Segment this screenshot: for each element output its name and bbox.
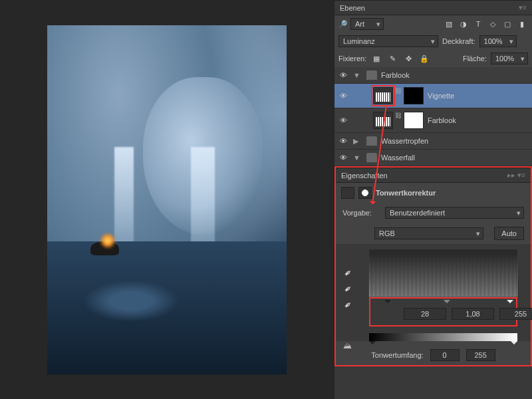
levels-handle-icon: ⛰: [343, 340, 352, 350]
layer-group-farblook[interactable]: 👁 ▼ Farblook: [334, 67, 532, 84]
input-slider-track[interactable]: [373, 300, 513, 305]
visibility-toggle-icon[interactable]: 👁: [337, 154, 349, 162]
link-mask-icon[interactable]: ⛓: [395, 87, 402, 104]
eyedropper-tools: ✒ ✒ ✒: [343, 266, 356, 309]
blend-mode-dropdown[interactable]: Luminanz: [338, 35, 438, 47]
canvas-area: [0, 0, 334, 399]
filter-image-icon[interactable]: ▧: [443, 19, 455, 29]
waterfall-render: [191, 147, 215, 252]
black-point-input[interactable]: [404, 308, 446, 320]
opacity-input[interactable]: 100%: [479, 35, 517, 47]
layer-mask-thumb[interactable]: [404, 87, 424, 104]
folder-icon: [366, 70, 377, 80]
layers-panel-title: Ebenen: [340, 4, 365, 12]
layer-filter-row: 🔎 Art ▧ ◑ T ◇ ▢ ▮: [334, 15, 532, 33]
lock-label: Fixieren:: [338, 55, 366, 63]
visibility-toggle-icon[interactable]: 👁: [337, 137, 349, 145]
fill-input[interactable]: 100%: [491, 53, 528, 65]
panels-column: Ebenen ▾≡ 🔎 Art ▧ ◑ T ◇ ▢ ▮ Luminanz Dec…: [334, 0, 532, 399]
gray-eyedropper-icon[interactable]: ✒: [341, 279, 358, 295]
visibility-toggle-icon[interactable]: 👁: [337, 116, 349, 124]
filter-type-dropdown[interactable]: Art: [350, 18, 384, 30]
midtone-input[interactable]: [452, 308, 494, 320]
folder-icon: [366, 136, 377, 146]
disclosure-icon[interactable]: ▼: [353, 71, 360, 79]
lock-pixels-icon[interactable]: ▦: [370, 53, 382, 64]
black-point-slider[interactable]: [384, 300, 391, 307]
preset-row: Vorgabe: Benutzerdefiniert: [336, 203, 531, 223]
output-black-input[interactable]: [430, 349, 460, 361]
white-point-slider[interactable]: [507, 300, 513, 307]
auto-button[interactable]: Auto: [494, 227, 524, 240]
properties-panel-header[interactable]: Eigenschaften ▸▸ ▾≡: [336, 168, 531, 183]
output-black-slider[interactable]: [369, 341, 376, 348]
fill-label: Fläche:: [463, 55, 487, 63]
layer-vignette[interactable]: 👁 ⛓ Vignette: [334, 84, 532, 108]
panel-menu-icon[interactable]: ▾≡: [519, 3, 527, 12]
document-canvas[interactable]: [47, 25, 287, 374]
preset-dropdown[interactable]: Benutzerdefiniert: [385, 207, 524, 219]
filter-search-icon: 🔎: [338, 20, 348, 29]
lantern-light: [100, 233, 116, 249]
mask-icon[interactable]: [358, 187, 372, 199]
histogram: [369, 249, 517, 297]
layer-group-wasserfall[interactable]: 👁 ▼ Wasserfall: [334, 150, 532, 166]
adjustment-name: Tonwertkorrektur: [376, 189, 436, 197]
output-label: Tonwertumfang:: [371, 351, 423, 359]
output-range-row: Tonwertumfang:: [336, 341, 531, 365]
lock-all-icon[interactable]: 🔒: [418, 53, 430, 64]
folder-icon: [366, 153, 377, 162]
layer-name: Wasserfall: [381, 154, 415, 162]
lock-row: Fixieren: ▦ ✎ ✥ 🔒 Fläche: 100%: [334, 50, 532, 67]
layer-group-wassertropfen[interactable]: 👁 ▶ Wassertropfen: [334, 133, 532, 150]
filter-toggle-icon[interactable]: ▮: [516, 19, 528, 29]
layer-name: Farblook: [428, 116, 456, 124]
black-eyedropper-icon[interactable]: ✒: [341, 263, 358, 279]
visibility-toggle-icon[interactable]: 👁: [337, 71, 349, 79]
lock-brush-icon[interactable]: ✎: [386, 53, 398, 64]
output-white-input[interactable]: [466, 349, 495, 361]
properties-panel-title: Eigenschaften: [341, 172, 388, 180]
link-mask-icon[interactable]: ⛓: [395, 112, 402, 129]
output-white-slider[interactable]: [511, 341, 517, 348]
lock-position-icon[interactable]: ✥: [402, 53, 414, 64]
visibility-toggle-icon[interactable]: 👁: [337, 92, 349, 100]
histogram-bars: [369, 249, 517, 297]
filter-smart-icon[interactable]: ▢: [501, 19, 513, 29]
filter-shape-icon[interactable]: ◇: [487, 19, 499, 29]
layer-mask-thumb[interactable]: [404, 112, 424, 129]
channel-row: RGB Auto: [336, 223, 531, 244]
panel-menu-icon[interactable]: ▸▸ ▾≡: [507, 171, 525, 180]
opacity-label: Deckkraft:: [442, 37, 475, 45]
levels-adjustment-thumb[interactable]: [373, 87, 393, 104]
midtone-slider[interactable]: [444, 300, 450, 307]
disclosure-icon[interactable]: ▼: [353, 154, 360, 162]
filter-text-icon[interactable]: T: [472, 19, 484, 29]
layers-panel: Ebenen ▾≡ 🔎 Art ▧ ◑ T ◇ ▢ ▮ Luminanz Dec…: [334, 0, 532, 167]
layer-name: Wassertropfen: [381, 137, 428, 145]
properties-panel: Eigenschaften ▸▸ ▾≡ Tonwertkorrektur Vor…: [334, 166, 532, 366]
layer-name: Farblook: [381, 71, 410, 79]
layers-panel-header[interactable]: Ebenen ▾≡: [334, 0, 532, 15]
adjustment-title-row: Tonwertkorrektur: [336, 183, 531, 203]
blend-mode-row: Luminanz Deckkraft: 100%: [334, 33, 532, 50]
disclosure-icon[interactable]: ▶: [353, 137, 360, 146]
filter-adjust-icon[interactable]: ◑: [458, 19, 469, 29]
output-gradient[interactable]: [369, 333, 517, 341]
white-point-input[interactable]: [499, 308, 532, 320]
input-levels-sliders: [369, 297, 517, 327]
wave-render: [83, 280, 179, 322]
levels-icon: [341, 187, 354, 199]
waterfall-render: [114, 147, 134, 252]
preset-label: Vorgabe:: [342, 209, 380, 217]
layer-name: Vignette: [428, 92, 454, 100]
channel-dropdown[interactable]: RGB: [374, 227, 483, 239]
layer-farblook-adj[interactable]: 👁 ⛓ Farblook: [334, 108, 532, 133]
layer-list: 👁 ▼ Farblook 👁 ⛓ Vignette 👁: [334, 67, 532, 166]
